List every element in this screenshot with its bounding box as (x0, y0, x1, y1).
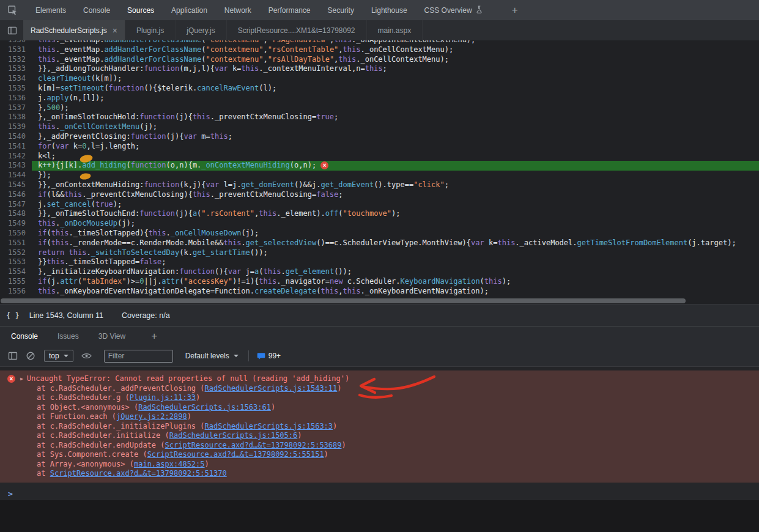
line-number[interactable]: 1552 (0, 248, 32, 258)
line-number[interactable]: 1537 (0, 103, 32, 113)
pretty-print-icon[interactable]: { } (6, 311, 20, 320)
stack-source-link[interactable]: RadSchedulerScripts.js:1543:11 (205, 384, 338, 393)
file-tab-mainaspx[interactable]: main.aspx (367, 20, 423, 40)
line-number[interactable]: 1555 (0, 277, 32, 287)
tab-application[interactable]: Application (163, 0, 216, 20)
more-tabs-button[interactable]: + (507, 4, 523, 17)
file-tab-radschedulerscripts[interactable]: RadSchedulerScripts.js × (23, 20, 125, 40)
close-icon[interactable]: × (113, 27, 117, 34)
line-number[interactable]: 1545 (0, 180, 32, 190)
line-number[interactable]: 1532 (0, 55, 32, 65)
tab-lighthouse[interactable]: Lighthouse (363, 0, 416, 20)
line-number[interactable]: 1554 (0, 267, 32, 277)
code-line[interactable]: 1538},_onTimeSlotTouchHold:function(j){t… (0, 113, 759, 122)
code-line[interactable]: 1550if(this._timeSlotTapped){this._onCel… (0, 229, 759, 238)
stack-source-link[interactable]: RadSchedulerScripts.js:1505:6 (169, 431, 298, 440)
console-prompt[interactable]: > (0, 488, 759, 499)
stack-source-link[interactable]: jQuery.js:2:2898 (116, 412, 187, 421)
tab-css-overview[interactable]: CSS Overview (416, 0, 491, 20)
drawer-tab-console[interactable]: Console (4, 327, 45, 346)
code-line[interactable]: 1531this._eventMap.addHandlerForClassNam… (0, 45, 759, 55)
horizontal-scrollbar[interactable] (1, 298, 686, 303)
line-number[interactable]: 1548 (0, 209, 32, 219)
line-number[interactable]: 1536 (0, 94, 32, 103)
code-line[interactable]: 1535k[m]=setTimeout(function(){$telerik.… (0, 84, 759, 94)
line-number[interactable]: 1533 (0, 64, 32, 74)
tab-sources[interactable]: Sources (119, 0, 163, 20)
code-line[interactable]: 1555if(j.attr("tabIndex")>=0||j.attr("ac… (0, 277, 759, 287)
code-line[interactable]: 1547j.set_cancel(true); (0, 200, 759, 210)
line-number[interactable]: 1534 (0, 74, 32, 84)
live-expression-eye-icon[interactable] (81, 352, 92, 360)
code-line[interactable]: 1534clearTimeout(k[m]); (0, 74, 759, 84)
line-number[interactable]: 1539 (0, 122, 32, 132)
code-line[interactable]: 1546if(l&&this._preventCtxMenuClosing){t… (0, 190, 759, 200)
line-number[interactable]: 1530 (0, 40, 32, 45)
line-number[interactable]: 1549 (0, 219, 32, 229)
tab-performance[interactable]: Performance (260, 0, 319, 20)
tab-console[interactable]: Console (75, 0, 119, 20)
code-line[interactable]: 1539this._onCellContextMenu(j); (0, 122, 759, 132)
code-line[interactable]: 1540},_addPreventClosing:function(j){var… (0, 132, 759, 142)
code-line[interactable]: 1533}},_addLongTouchHandler:function(m,j… (0, 64, 759, 74)
tab-elements[interactable]: Elements (27, 0, 75, 20)
line-number[interactable]: 1535 (0, 84, 32, 94)
stack-source-link[interactable]: ScriptResource.axd?d…&t=13798092:5:55151 (147, 450, 324, 459)
line-number[interactable]: 1551 (0, 238, 32, 248)
add-drawer-tab-button[interactable]: + (151, 330, 157, 342)
code-line[interactable]: 1548}},_onTimeSlotTouchEnd:function(j){a… (0, 209, 759, 219)
stack-source-link[interactable]: RadSchedulerScripts.js:1563:3 (205, 422, 333, 430)
code-line[interactable]: 1541for(var k=0,l=j.length; (0, 142, 759, 152)
code-line[interactable]: 1554},_initializeKeyboardNavigation:func… (0, 267, 759, 277)
line-number[interactable]: 1547 (0, 200, 32, 210)
code-line[interactable]: 1551if(this._renderMode==c.RenderMode.Mo… (0, 238, 759, 248)
stack-source-link[interactable]: ScriptResource.axd?d…&t=13798092:5:53689 (165, 441, 342, 449)
code-line[interactable]: 1543k++){j[k].add_hiding(function(o,n){m… (0, 161, 759, 171)
line-number[interactable]: 1542 (0, 152, 32, 161)
tab-security[interactable]: Security (319, 0, 363, 20)
stack-source-link[interactable]: main.aspx:4852:5 (134, 460, 205, 468)
line-number[interactable]: 1544 (0, 171, 32, 180)
tab-network[interactable]: Network (216, 0, 260, 20)
line-number[interactable]: 1550 (0, 229, 32, 238)
code-line[interactable]: 1552return this._switchToSelectedDay(k.g… (0, 248, 759, 258)
clear-console-icon[interactable] (26, 351, 35, 361)
file-tab-scriptresource[interactable]: ScriptResource....XM1&t=13798092 (227, 20, 367, 40)
javascript-context-selector[interactable]: top (44, 350, 73, 362)
console-filter-input[interactable] (104, 350, 173, 363)
console-message-count[interactable]: 99+ (268, 352, 281, 360)
log-levels-dropdown[interactable]: Default levels (185, 352, 239, 360)
line-number[interactable]: 1543 (0, 161, 32, 171)
code-line[interactable]: 1537},500); (0, 103, 759, 113)
stack-source-link[interactable]: RadSchedulerScripts.js:1563:61 (138, 403, 271, 412)
code-line[interactable]: 1553}}this._timeSlotTapped=false; (0, 257, 759, 267)
error-message-row[interactable]: × ▶ Uncaught TypeError: Cannot read prop… (0, 374, 759, 384)
stack-source-link[interactable]: Plugin.js:11:33 (130, 393, 196, 402)
line-number[interactable]: 1538 (0, 113, 32, 122)
code-line[interactable]: 1556this._onKeyboardEventNavigationDeleg… (0, 287, 759, 297)
console-sidebar-toggle-icon[interactable] (8, 351, 18, 361)
line-number[interactable]: 1541 (0, 142, 32, 152)
file-tab-plugin[interactable]: Plugin.js (125, 20, 176, 40)
drawer-tab-issues[interactable]: Issues (50, 327, 86, 346)
line-number[interactable]: 1546 (0, 190, 32, 200)
navigator-toggle-icon[interactable] (7, 26, 17, 35)
code-line[interactable]: 1536j.apply(n,[l]); (0, 94, 759, 103)
expand-triangle-icon[interactable]: ▶ (20, 374, 23, 384)
code-line[interactable]: 1542k<l; (0, 152, 759, 161)
line-number[interactable]: 1540 (0, 132, 32, 142)
stack-source-link[interactable]: ScriptResource.axd?d…&t=13798092:5:51370 (50, 469, 227, 478)
source-editor[interactable]: 1530this._eventMap.addHandlerForClassNam… (0, 40, 759, 298)
drawer-tab-3d-view[interactable]: 3D View (91, 327, 133, 346)
inspect-icon[interactable] (7, 5, 18, 16)
code-line[interactable]: 1549this._onDocMouseUp(j); (0, 219, 759, 229)
code-line[interactable]: 1532this._eventMap.addHandlerForClassNam… (0, 55, 759, 65)
line-number[interactable]: 1553 (0, 257, 32, 267)
line-number[interactable]: 1556 (0, 287, 32, 297)
code-line[interactable]: 1545}},_onContextMenuHiding:function(k,j… (0, 180, 759, 190)
code-text: k[m]=setTimeout(function(){$telerik.canc… (32, 84, 759, 94)
code-line[interactable]: 1544}); (0, 171, 759, 180)
file-tab-jquery[interactable]: jQuery.js (176, 20, 226, 40)
line-number[interactable]: 1531 (0, 45, 32, 55)
code-line[interactable]: 1530this._eventMap.addHandlerForClassNam… (0, 40, 759, 45)
